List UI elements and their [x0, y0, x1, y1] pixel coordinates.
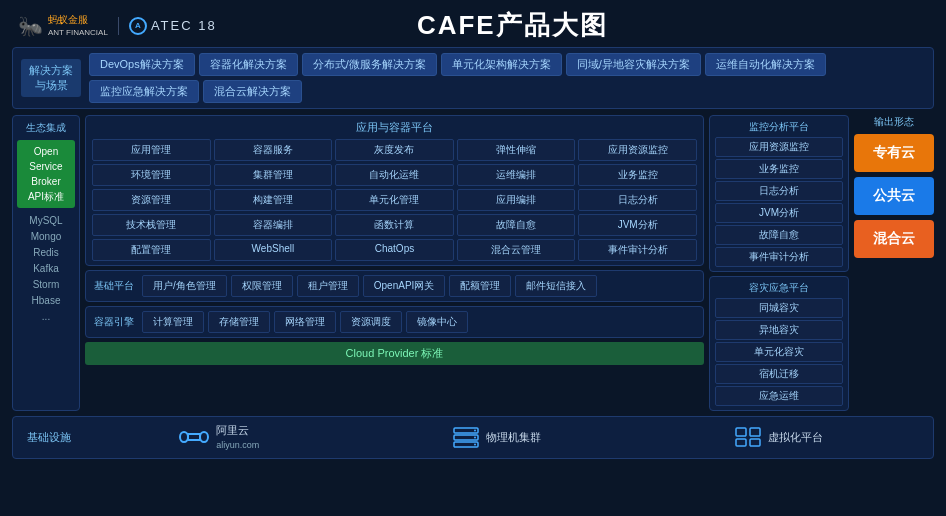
- logo-ant: 🐜 蚂蚁金服ANT FINANCIAL: [18, 14, 108, 38]
- grid-cell: 单元化管理: [335, 189, 454, 211]
- aliyun-icon: [178, 426, 210, 448]
- right-platforms: 监控分析平台 应用资源监控 业务监控 日志分析 JVM分析 故障自愈 事件审计分…: [709, 115, 849, 411]
- virtual-text: 虚拟化平台: [768, 430, 823, 444]
- infra-item: 权限管理: [231, 275, 293, 297]
- svg-point-6: [474, 430, 476, 432]
- foundation-virtual: 虚拟化平台: [734, 423, 823, 452]
- solution-item[interactable]: 单元化架构解决方案: [441, 53, 562, 76]
- solution-label: 解决方案与场景: [21, 59, 81, 98]
- app-platform-grid: 应用管理 容器服务 灰度发布 弹性伸缩 应用资源监控 环境管理 集群管理 自动化…: [92, 139, 697, 261]
- svg-rect-1: [200, 432, 208, 442]
- infra-platform-row: 基础平台 用户/角色管理 权限管理 租户管理 OpenAPI网关 配额管理 邮件…: [85, 270, 704, 302]
- virtual-platform-icon: [734, 426, 762, 448]
- grid-cell: 弹性伸缩: [457, 139, 576, 161]
- grid-cell: 技术栈管理: [92, 214, 211, 236]
- grid-cell: ChatOps: [335, 239, 454, 261]
- main-content: 解决方案与场景 DevOps解决方案 容器化解决方案 分布式/微服务解决方案 单…: [0, 47, 946, 463]
- logo-atec: A ATEC 18: [118, 17, 217, 35]
- svg-rect-0: [180, 432, 188, 442]
- infra-item: 用户/角色管理: [142, 275, 227, 297]
- foundation-label: 基础设施: [27, 430, 82, 445]
- grid-cell: 资源管理: [92, 189, 211, 211]
- svg-rect-2: [188, 434, 200, 440]
- svg-rect-10: [750, 428, 760, 436]
- logo-area: 🐜 蚂蚁金服ANT FINANCIAL A ATEC 18: [18, 14, 217, 38]
- monitor-platform: 监控分析平台 应用资源监控 业务监控 日志分析 JVM分析 故障自愈 事件审计分…: [709, 115, 849, 272]
- infra-platform-items: 用户/角色管理 权限管理 租户管理 OpenAPI网关 配额管理 邮件短信接入: [142, 275, 695, 297]
- center-area: 应用与容器平台 应用管理 容器服务 灰度发布 弹性伸缩 应用资源监控 环境管理 …: [85, 115, 704, 411]
- grid-cell: 容器服务: [214, 139, 333, 161]
- disaster-item: 同城容灾: [715, 298, 843, 318]
- grid-cell: 混合云管理: [457, 239, 576, 261]
- eco-sidebar: 生态集成 OpenServiceBrokerAPI标准 MySQLMongoRe…: [12, 115, 80, 411]
- platform-area: 生态集成 OpenServiceBrokerAPI标准 MySQLMongoRe…: [12, 115, 934, 411]
- svg-rect-12: [750, 439, 760, 446]
- grid-cell: 配置管理: [92, 239, 211, 261]
- monitor-item: 故障自愈: [715, 225, 843, 245]
- disaster-title: 容灾应急平台: [715, 281, 843, 295]
- container-items: 计算管理 存储管理 网络管理 资源调度 镜像中心: [142, 311, 695, 333]
- page-title: CAFE产品大图: [217, 8, 808, 43]
- container-item: 网络管理: [274, 311, 336, 333]
- public-cloud-btn[interactable]: 公共云: [854, 177, 934, 215]
- disaster-item: 应急运维: [715, 386, 843, 406]
- infra-platform-label: 基础平台: [94, 279, 136, 293]
- container-item: 存储管理: [208, 311, 270, 333]
- solution-item[interactable]: DevOps解决方案: [89, 53, 195, 76]
- svg-rect-11: [736, 439, 746, 446]
- open-service-box: OpenServiceBrokerAPI标准: [17, 140, 75, 208]
- infra-item: 配额管理: [449, 275, 511, 297]
- grid-cell: 容器编排: [214, 214, 333, 236]
- app-platform-title: 应用与容器平台: [92, 120, 697, 135]
- solution-item[interactable]: 监控应急解决方案: [89, 80, 199, 103]
- physical-cluster-icon: [452, 426, 480, 448]
- header: 🐜 蚂蚁金服ANT FINANCIAL A ATEC 18 CAFE产品大图: [0, 0, 946, 47]
- monitor-item: 业务监控: [715, 159, 843, 179]
- atec-label: ATEC 18: [151, 18, 217, 33]
- svg-point-8: [474, 444, 476, 446]
- cloud-provider-bar: Cloud Provider 标准: [85, 342, 704, 365]
- monitor-item: 应用资源监控: [715, 137, 843, 157]
- disaster-item: 宿机迁移: [715, 364, 843, 384]
- svg-point-7: [474, 437, 476, 439]
- solution-item[interactable]: 混合云解决方案: [203, 80, 302, 103]
- grid-cell: JVM分析: [578, 214, 697, 236]
- disaster-item: 异地容灾: [715, 320, 843, 340]
- grid-cell: 函数计算: [335, 214, 454, 236]
- grid-cell: 应用资源监控: [578, 139, 697, 161]
- physical-text: 物理机集群: [486, 430, 541, 444]
- eco-tech-items: MySQLMongoRedisKafkaStormHbase...: [17, 213, 75, 325]
- container-item: 镜像中心: [406, 311, 468, 333]
- solution-item[interactable]: 容器化解决方案: [199, 53, 298, 76]
- disaster-item: 单元化容灾: [715, 342, 843, 362]
- aliyun-text: 阿里云aliyun.com: [216, 423, 259, 452]
- foundation-row: 基础设施 阿里云aliyun.com: [12, 416, 934, 459]
- app-platform: 应用与容器平台 应用管理 容器服务 灰度发布 弹性伸缩 应用资源监控 环境管理 …: [85, 115, 704, 266]
- atec-circle-icon: A: [129, 17, 147, 35]
- monitor-items: 应用资源监控 业务监控 日志分析 JVM分析 故障自愈 事件审计分析: [715, 137, 843, 267]
- grid-cell: WebShell: [214, 239, 333, 261]
- grid-cell: 事件审计分析: [578, 239, 697, 261]
- solution-items: DevOps解决方案 容器化解决方案 分布式/微服务解决方案 单元化架构解决方案…: [89, 53, 925, 103]
- grid-cell: 应用管理: [92, 139, 211, 161]
- container-item: 计算管理: [142, 311, 204, 333]
- grid-cell: 自动化运维: [335, 164, 454, 186]
- monitor-item: 事件审计分析: [715, 247, 843, 267]
- grid-cell: 构建管理: [214, 189, 333, 211]
- monitor-item: 日志分析: [715, 181, 843, 201]
- ant-icon: 🐜: [18, 14, 43, 38]
- infra-item: 邮件短信接入: [515, 275, 597, 297]
- solution-item[interactable]: 同域/异地容灾解决方案: [566, 53, 701, 76]
- hybrid-cloud-btn[interactable]: 混合云: [854, 220, 934, 258]
- solution-item[interactable]: 运维自动化解决方案: [705, 53, 826, 76]
- solution-item[interactable]: 分布式/微服务解决方案: [302, 53, 437, 76]
- grid-cell: 运维编排: [457, 164, 576, 186]
- private-cloud-btn[interactable]: 专有云: [854, 134, 934, 172]
- grid-cell: 环境管理: [92, 164, 211, 186]
- foundation-items: 阿里云aliyun.com 物理机集群: [82, 423, 919, 452]
- disaster-items: 同城容灾 异地容灾 单元化容灾 宿机迁移 应急运维: [715, 298, 843, 406]
- grid-cell: 应用编排: [457, 189, 576, 211]
- disaster-platform: 容灾应急平台 同城容灾 异地容灾 单元化容灾 宿机迁移 应急运维: [709, 276, 849, 411]
- output-sidebar: 输出形态 专有云 公共云 混合云: [854, 115, 934, 411]
- grid-cell: 集群管理: [214, 164, 333, 186]
